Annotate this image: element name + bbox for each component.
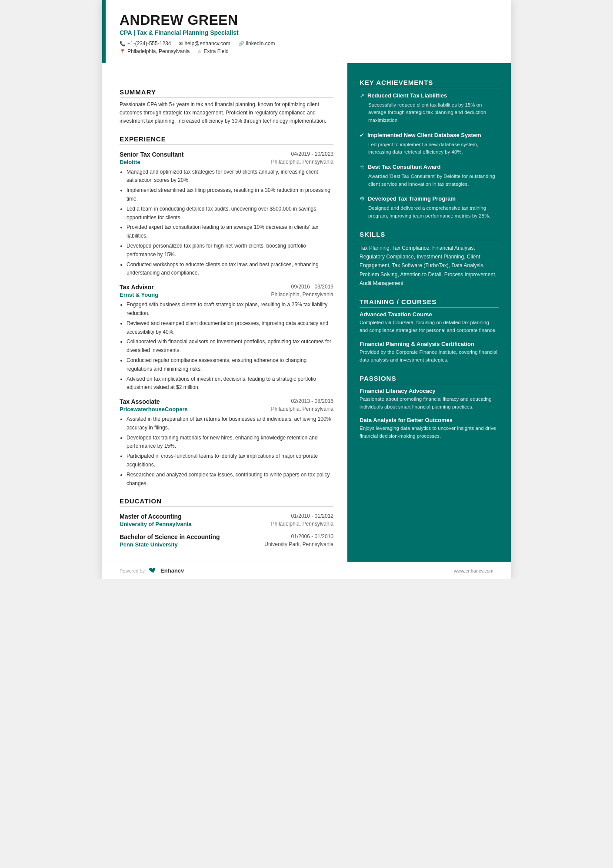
- link-icon: 🔗: [238, 41, 244, 47]
- bullet: Implemented streamlined tax filing proce…: [127, 186, 333, 204]
- passion-2: Data Analysis for Better Outcomes Enjoys…: [360, 417, 499, 440]
- bullet: Participated in cross-functional teams t…: [127, 452, 333, 469]
- summary-text: Passionate CPA with 5+ years in tax and …: [120, 101, 333, 126]
- job-2-location: Philadelphia, Pennsylvania: [271, 292, 333, 298]
- achievement-4: ⚙ Developed Tax Training Program Designe…: [360, 195, 499, 220]
- job-1-dates: 04/2019 - 10/2023: [291, 151, 333, 157]
- achievement-3-title-row: ☆ Best Tax Consultant Award: [360, 163, 499, 171]
- job-3-company: PricewaterhouseCoopers: [120, 406, 188, 412]
- achievement-4-title: Developed Tax Training Program: [368, 195, 456, 203]
- school-2-name: Penn State University: [120, 541, 178, 548]
- training-2-title: Financial Planning & Analysis Certificat…: [360, 341, 499, 347]
- job-3-title: Tax Associate: [120, 398, 160, 405]
- right-column: KEY ACHIEVEMENTS ↗ Reduced Client Tax Li…: [347, 63, 511, 562]
- achievement-1: ↗ Reduced Client Tax Liabilities Success…: [360, 92, 499, 124]
- education-title: EDUCATION: [120, 497, 333, 507]
- training-1-desc: Completed via Coursera, focusing on deta…: [360, 319, 499, 335]
- bullet: Conducted regular compliance assessments…: [127, 356, 333, 374]
- achievement-4-icon: ⚙: [360, 195, 365, 202]
- teal-accent-bar: [102, 0, 106, 63]
- job-1-title: Senior Tax Consultant: [120, 151, 184, 158]
- job-2-company-row: Ernst & Young Philadelphia, Pennsylvania: [120, 292, 333, 298]
- linkedin-contact: 🔗 linkedin.com: [238, 40, 275, 47]
- achievement-1-desc: Successfully reduced client tax liabilit…: [360, 101, 499, 124]
- bullet: Managed and optimized tax strategies for…: [127, 168, 333, 185]
- job-1-header: Senior Tax Consultant 04/2019 - 10/2023: [120, 151, 333, 158]
- job-2-dates: 09/2016 - 03/2019: [291, 284, 333, 290]
- phone-contact: 📞 +1-(234)-555-1234: [120, 40, 171, 47]
- passion-1-title: Financial Literacy Advocacy: [360, 388, 499, 394]
- achievement-2-title: Implemented New Client Database System: [367, 131, 481, 139]
- job-3: Tax Associate 02/2013 - 08/2016 Pricewat…: [120, 398, 333, 488]
- degree-1-name: Master of Accounting: [120, 513, 182, 520]
- email-contact: ✉ help@enhancv.com: [179, 40, 230, 47]
- training-2: Financial Planning & Analysis Certificat…: [360, 341, 499, 364]
- job-1-bullets: Managed and optimized tax strategies for…: [120, 168, 333, 278]
- bullet: Researched and analyzed complex tax issu…: [127, 471, 333, 488]
- degree-2-header: Bachelor of Science in Accounting 01/200…: [120, 533, 333, 540]
- degree-2-school-row: Penn State University University Park, P…: [120, 541, 333, 548]
- bullet: Developed tax training materials for new…: [127, 434, 333, 451]
- training-title: TRAINING / COURSES: [360, 298, 499, 308]
- location-row: 📍 Philadelphia, Pennsylvania ☆ Extra Fie…: [120, 48, 497, 54]
- email-icon: ✉: [179, 41, 183, 47]
- achievement-1-title-row: ↗ Reduced Client Tax Liabilities: [360, 92, 499, 100]
- skills-text: Tax Planning, Tax Compliance, Financial …: [360, 244, 499, 288]
- bullet: Assisted in the preparation of tax retur…: [127, 415, 333, 432]
- job-1: Senior Tax Consultant 04/2019 - 10/2023 …: [120, 151, 333, 278]
- school-1-name: University of Pennsylvania: [120, 521, 191, 527]
- achievement-4-desc: Designed and delivered a comprehensive t…: [360, 204, 499, 220]
- bullet: Collaborated with financial advisors on …: [127, 338, 333, 355]
- job-3-header: Tax Associate 02/2013 - 08/2016: [120, 398, 333, 405]
- extra-contact: ☆ Extra Field: [197, 48, 228, 54]
- footer: Powered by Enhancv www.enhancv.com: [102, 562, 511, 579]
- passion-2-desc: Enjoys leveraging data analytics to unco…: [360, 425, 499, 440]
- contact-info: 📞 +1-(234)-555-1234 ✉ help@enhancv.com 🔗…: [120, 40, 497, 47]
- bullet: Advised on tax implications of investmen…: [127, 375, 333, 392]
- achievement-1-title: Reduced Client Tax Liabilities: [367, 92, 447, 100]
- achievement-1-icon: ↗: [360, 92, 364, 99]
- job-2-header: Tax Advisor 09/2016 - 03/2019: [120, 284, 333, 291]
- star-icon: ☆: [197, 49, 202, 54]
- experience-title: EXPERIENCE: [120, 135, 333, 145]
- bullet: Conducted workshops to educate clients o…: [127, 261, 333, 278]
- achievement-3: ☆ Best Tax Consultant Award Awarded 'Bes…: [360, 163, 499, 188]
- footer-website: www.enhancv.com: [454, 568, 493, 573]
- bullet: Engaged with business clients to draft s…: [127, 301, 333, 318]
- job-1-company: Deloitte: [120, 159, 140, 165]
- header: ANDREW GREEN CPA | Tax & Financial Plann…: [102, 0, 511, 63]
- footer-left: Powered by Enhancv: [120, 567, 184, 574]
- passion-1: Financial Literacy Advocacy Passionate a…: [360, 388, 499, 411]
- achievement-4-title-row: ⚙ Developed Tax Training Program: [360, 195, 499, 203]
- passion-1-desc: Passionate about promoting financial lit…: [360, 395, 499, 411]
- linkedin-value: linkedin.com: [246, 40, 275, 47]
- header-content: ANDREW GREEN CPA | Tax & Financial Plann…: [106, 0, 511, 63]
- enhancv-logo: Enhancv: [148, 567, 184, 574]
- training-2-desc: Provided by the Corporate Finance Instit…: [360, 349, 499, 364]
- achievement-2-desc: Led project to implement a new database …: [360, 141, 499, 157]
- location-contact: 📍 Philadelphia, Pennsylvania: [120, 48, 190, 54]
- passion-2-title: Data Analysis for Better Outcomes: [360, 417, 499, 423]
- candidate-name: ANDREW GREEN: [120, 12, 497, 28]
- bullet: Provided expert tax consultation leading…: [127, 223, 333, 241]
- job-3-location: Philadelphia, Pennsylvania: [271, 406, 333, 412]
- training-1: Advanced Taxation Course Completed via C…: [360, 311, 499, 335]
- enhancv-brand-name: Enhancv: [160, 567, 184, 574]
- degree-2: Bachelor of Science in Accounting 01/200…: [120, 533, 333, 548]
- job-1-company-row: Deloitte Philadelphia, Pennsylvania: [120, 159, 333, 165]
- training-1-title: Advanced Taxation Course: [360, 311, 499, 318]
- degree-1-dates: 01/2010 - 01/2012: [291, 513, 333, 520]
- job-1-location: Philadelphia, Pennsylvania: [271, 159, 333, 165]
- bullet: Reviewed and revamped client documentati…: [127, 319, 333, 337]
- location-value: Philadelphia, Pennsylvania: [127, 48, 190, 54]
- left-column: SUMMARY Passionate CPA with 5+ years in …: [102, 63, 347, 562]
- email-value: help@enhancv.com: [184, 40, 230, 47]
- achievement-2-title-row: ✔ Implemented New Client Database System: [360, 131, 499, 139]
- achievement-3-icon: ☆: [360, 164, 365, 170]
- skills-title: SKILLS: [360, 231, 499, 240]
- resume-body: SUMMARY Passionate CPA with 5+ years in …: [102, 63, 511, 562]
- location-icon: 📍: [120, 49, 126, 54]
- school-2-location: University Park, Pennsylvania: [264, 541, 333, 548]
- degree-2-dates: 01/2006 - 01/2010: [291, 533, 333, 540]
- degree-2-name: Bachelor of Science in Accounting: [120, 533, 220, 540]
